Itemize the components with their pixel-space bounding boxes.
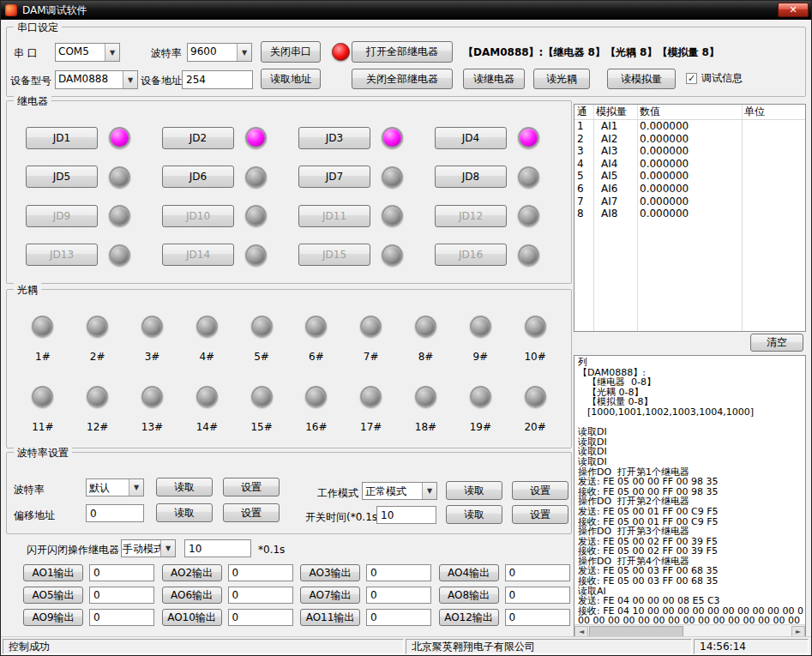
close-port-button[interactable]: 关闭串口 bbox=[261, 41, 321, 63]
flash-unit-label: *0.1s bbox=[258, 544, 285, 556]
ao-output-button[interactable]: AO5输出 bbox=[23, 587, 83, 604]
device-info-text: 【DAM0888】:【继电器 8】【光耦 8】【模拟量 8】 bbox=[463, 46, 719, 58]
close-button[interactable]: ✕ bbox=[778, 3, 809, 17]
relay-button[interactable]: JD10 bbox=[162, 205, 234, 227]
debug-info-checkbox[interactable]: ✓ 调试信息 bbox=[686, 72, 743, 84]
port-select[interactable]: COM5 ▼ bbox=[55, 43, 120, 62]
open-all-relays-button[interactable]: 打开全部继电器 bbox=[352, 41, 453, 63]
opto-led-icon bbox=[470, 386, 491, 407]
table-row[interactable]: 5 AI5 0.000000 bbox=[574, 170, 805, 183]
ao-output-button[interactable]: AO10输出 bbox=[162, 609, 222, 626]
address-input[interactable] bbox=[182, 70, 253, 89]
relay-button[interactable]: JD1 bbox=[26, 127, 98, 149]
relay-button[interactable]: JD15 bbox=[298, 244, 370, 266]
baud-read-button[interactable]: 读取 bbox=[156, 478, 213, 497]
ao-output-button[interactable]: AO7输出 bbox=[300, 587, 360, 604]
work-mode-select[interactable]: 正常模式 ▼ bbox=[362, 482, 437, 500]
relay-button[interactable]: JD12 bbox=[435, 205, 507, 227]
debug-log-panel[interactable]: 列 【DAM0888】: 【继电器 0-8】 【光耦 0-8】 【模拟量 0-8… bbox=[574, 355, 806, 638]
switch-time-input[interactable] bbox=[376, 506, 436, 524]
ao-output-button[interactable]: AO9输出 bbox=[23, 609, 83, 626]
relay-button[interactable]: JD6 bbox=[162, 166, 234, 188]
clear-button[interactable]: 清空 bbox=[750, 334, 803, 352]
ao-value-input[interactable] bbox=[505, 609, 570, 626]
close-all-relays-button[interactable]: 关闭全部继电器 bbox=[352, 69, 453, 89]
analog-table-body: 1 AI1 0.000000 2 AI2 0.000000 3 AI3 0.00… bbox=[574, 120, 805, 220]
ao-output-button[interactable]: AO1输出 bbox=[23, 564, 83, 581]
ao-value-input[interactable] bbox=[89, 587, 154, 604]
flash-mode-select[interactable]: 手动模式 ▼ bbox=[121, 539, 176, 557]
ao-output-button[interactable]: AO2输出 bbox=[162, 564, 222, 581]
ao-value-input[interactable] bbox=[366, 587, 431, 604]
ao-value-input[interactable] bbox=[89, 564, 154, 581]
relay-button[interactable]: JD14 bbox=[162, 244, 234, 266]
offset-set-button[interactable]: 设置 bbox=[223, 503, 280, 522]
ao-output-button[interactable]: AO3输出 bbox=[300, 564, 360, 581]
opto-led-icon bbox=[196, 386, 218, 407]
baud-label: 波特率 bbox=[151, 47, 182, 59]
baud-setting-select[interactable]: 默认 ▼ bbox=[86, 478, 144, 497]
table-row[interactable]: 3 AI3 0.000000 bbox=[574, 145, 805, 158]
ao-output-button[interactable]: AO8输出 bbox=[439, 587, 499, 604]
table-row[interactable]: 2 AI2 0.000000 bbox=[574, 133, 805, 146]
flash-time-input[interactable] bbox=[184, 539, 251, 557]
relay-cell: JD15 bbox=[292, 236, 428, 275]
debug-info-label: 调试信息 bbox=[701, 72, 743, 84]
relay-button[interactable]: JD11 bbox=[298, 205, 370, 227]
table-row[interactable]: 7 AI7 0.000000 bbox=[574, 196, 805, 208]
table-row[interactable]: 1 AI1 0.000000 bbox=[574, 120, 805, 133]
relay-button[interactable]: JD3 bbox=[298, 127, 370, 149]
switch-time-read-button[interactable]: 读取 bbox=[446, 505, 502, 524]
ao-value-input[interactable] bbox=[366, 609, 431, 626]
opto-label: 18# bbox=[415, 421, 436, 433]
relay-button[interactable]: JD9 bbox=[26, 205, 98, 227]
offset-read-button[interactable]: 读取 bbox=[156, 503, 213, 522]
col-header-channel: 通 bbox=[574, 105, 593, 119]
opto-label: 2# bbox=[90, 351, 105, 363]
model-select[interactable]: DAM0888 ▼ bbox=[55, 70, 138, 89]
read-address-button[interactable]: 读取地址 bbox=[261, 69, 321, 89]
read-analog-button[interactable]: 读模拟量 bbox=[607, 69, 676, 89]
opto-label: 3# bbox=[145, 351, 160, 363]
work-mode-set-button[interactable]: 设置 bbox=[512, 481, 568, 500]
read-opto-button[interactable]: 读光耦 bbox=[533, 69, 590, 89]
work-mode-value: 正常模式 bbox=[363, 483, 422, 499]
baud-select-value: 9600 bbox=[188, 44, 237, 61]
ao-cell: AO6输出 bbox=[159, 584, 298, 606]
relay-button[interactable]: JD5 bbox=[26, 166, 98, 188]
title-bar[interactable]: DAM调试软件 ✕ bbox=[1, 1, 811, 20]
table-row[interactable]: 6 AI6 0.000000 bbox=[574, 183, 805, 196]
relay-led-icon bbox=[109, 166, 130, 188]
baud-select[interactable]: 9600 ▼ bbox=[187, 43, 252, 62]
table-row[interactable]: 4 AI4 0.000000 bbox=[574, 158, 805, 171]
relay-button[interactable]: JD7 bbox=[298, 166, 370, 188]
model-label: 设备型号 bbox=[10, 75, 51, 87]
chevron-down-icon: ▼ bbox=[129, 479, 143, 496]
ao-value-input[interactable] bbox=[228, 587, 293, 604]
switch-time-set-button[interactable]: 设置 bbox=[512, 505, 568, 524]
table-row[interactable]: 8 AI8 0.000000 bbox=[574, 208, 805, 220]
ao-value-input[interactable] bbox=[505, 587, 570, 604]
ao-output-button[interactable]: AO12输出 bbox=[439, 609, 499, 626]
ao-value-input[interactable] bbox=[228, 609, 293, 626]
ao-output-button[interactable]: AO11输出 bbox=[300, 609, 360, 626]
opto-led-icon bbox=[360, 316, 382, 337]
read-relays-button[interactable]: 读继电器 bbox=[463, 69, 525, 89]
baud-set-button[interactable]: 设置 bbox=[223, 478, 280, 497]
offset-input[interactable] bbox=[86, 504, 144, 522]
ao-value-input[interactable] bbox=[366, 564, 431, 581]
relay-button[interactable]: JD2 bbox=[162, 127, 234, 149]
col-header-unit: 单位 bbox=[742, 105, 805, 119]
ao-value-input[interactable] bbox=[89, 609, 154, 626]
relay-button[interactable]: JD13 bbox=[26, 244, 98, 266]
opto-led-icon bbox=[87, 316, 108, 337]
relay-button[interactable]: JD16 bbox=[435, 244, 507, 266]
ao-value-input[interactable] bbox=[505, 564, 570, 581]
ao-value-input[interactable] bbox=[228, 564, 293, 581]
ao-output-button[interactable]: AO4输出 bbox=[439, 564, 499, 581]
log-horizontal-scrollbar[interactable]: ◄ ► bbox=[574, 624, 805, 637]
ao-output-button[interactable]: AO6输出 bbox=[162, 587, 222, 604]
relay-button[interactable]: JD8 bbox=[435, 166, 507, 188]
relay-button[interactable]: JD4 bbox=[435, 127, 507, 149]
work-mode-read-button[interactable]: 读取 bbox=[446, 481, 502, 500]
